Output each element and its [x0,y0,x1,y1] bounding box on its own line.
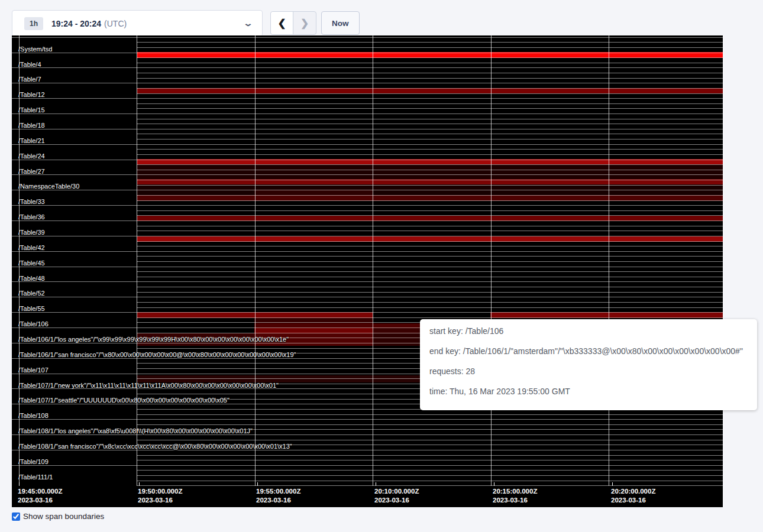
span-boundary-line [137,267,723,267]
time-gridline [137,35,137,486]
span-boundary-line [137,317,723,318]
span-boundary-line [137,271,723,272]
span-boundary-line [12,205,137,206]
x-tick-mark [139,482,140,486]
span-boundary-line [137,251,723,252]
tooltip-requests: requests: 28 [429,365,748,377]
span-boundary-line [12,267,137,267]
span-boundary-line [137,53,723,53]
span-boundary-line [137,154,723,155]
prev-time-button[interactable]: ❮ [271,12,293,34]
span-boundary-line [137,57,723,58]
span-boundary-line [12,358,137,359]
row-label: /Table/39 [18,229,45,236]
show-span-boundaries-label: Show span boundaries [23,512,104,521]
span-boundary-line [137,190,723,190]
row-label: /Table/109 [18,458,49,465]
span-boundary-line [137,185,723,186]
now-button[interactable]: Now [321,11,360,35]
toolbar: 1h 19:24 - 20:24 (UTC) ⌄ ❮ ❯ Now [0,0,763,35]
span-boundary-line [137,63,723,63]
span-boundary-line [12,343,137,343]
x-tick-mark [376,482,376,486]
row-label: /Table/27 [18,168,45,175]
x-tick-time: 19:50:00.000Z [138,488,182,495]
span-boundary-line [137,419,723,420]
span-boundary-line [137,47,723,48]
show-span-boundaries-checkbox[interactable] [12,512,20,521]
heat-band[interactable] [254,190,373,195]
span-boundary-line [137,195,723,196]
span-boundary-line [137,113,723,114]
x-tick-time: 20:10:00.000Z [374,488,419,495]
heat-band[interactable] [373,333,420,346]
tooltip-end-key: end key: /Table/106/1/"amsterdam"/"\xb33… [429,345,748,357]
x-tick-date: 2023-03-16 [138,497,173,504]
span-boundary-line [137,226,723,226]
span-boundary-line [12,67,137,68]
span-boundary-line [12,450,137,450]
span-boundary-line [12,220,137,221]
span-boundary-line [12,251,137,252]
span-boundary-line [137,261,723,262]
span-boundary-line [12,434,137,435]
time-gridline [491,35,492,486]
span-boundary-line [137,73,723,73]
span-boundary-line [137,434,723,435]
span-boundary-line [137,119,723,119]
span-boundary-line [137,481,723,481]
span-boundary-line [12,281,137,282]
key-visualizer-heatmap[interactable]: /System/tsd/Table/4/Table/7/Table/12/Tab… [12,35,723,507]
row-label: /NamespaceTable/30 [18,183,79,190]
row-label: /Table/45 [18,259,45,267]
row-label: /Table/18 [18,122,45,129]
span-boundary-line [137,180,723,180]
x-tick-date: 2023-03-16 [493,497,528,504]
span-boundary-line [137,455,723,456]
time-window-badge: 1h [24,17,43,30]
span-boundary-line [137,485,723,486]
time-range-selector[interactable]: 1h 19:24 - 20:24 (UTC) ⌄ [12,10,263,37]
span-boundary-line [137,210,723,211]
row-label: /Table/106 [18,320,49,327]
row-label: /Table/36 [18,213,45,220]
span-boundary-line [137,246,723,246]
span-boundary-line [137,297,723,297]
row-label: /Table/107/1/"new york"/"\x11\x11\x11\x1… [18,382,279,389]
span-boundary-line [137,129,723,129]
span-boundary-line [137,160,723,160]
span-boundary-line [137,470,723,471]
time-zone-label: (UTC) [104,19,127,28]
span-boundary-line [137,281,723,282]
span-boundary-line [137,174,723,175]
span-boundary-line [12,144,137,145]
span-boundary-line [137,134,723,134]
tooltip-start-key: start key: /Table/106 [429,325,748,337]
span-boundary-line [137,139,723,140]
x-tick-mark [257,482,258,486]
span-boundary-line [12,113,137,114]
span-boundary-line [137,424,723,425]
span-boundary-line [137,200,723,201]
row-label: /Table/4 [18,61,41,68]
chevron-down-icon: ⌄ [243,19,253,28]
time-range-label: 19:24 - 20:24 [51,19,101,28]
span-boundary-line [12,174,137,175]
x-tick-date: 2023-03-16 [256,497,291,504]
x-tick-date: 2023-03-16 [374,497,409,504]
row-label: /Table/108 [18,412,49,419]
span-boundary-line [12,37,137,38]
span-boundary-line [137,144,723,145]
span-boundary-line [137,42,723,43]
row-label: /Table/107 [18,366,49,374]
span-boundary-line [137,277,723,277]
row-label: /Table/106/1/"los angeles"/"\x99\x99\x99… [18,336,289,343]
x-tick-time: 20:15:00.000Z [493,488,537,495]
span-boundary-line [137,307,723,308]
span-boundary-line [137,37,723,38]
span-boundary-line [12,236,137,236]
heat-band[interactable] [137,164,723,179]
span-boundary-line [12,129,137,129]
time-gridline [255,35,256,486]
time-gridline [19,35,20,486]
